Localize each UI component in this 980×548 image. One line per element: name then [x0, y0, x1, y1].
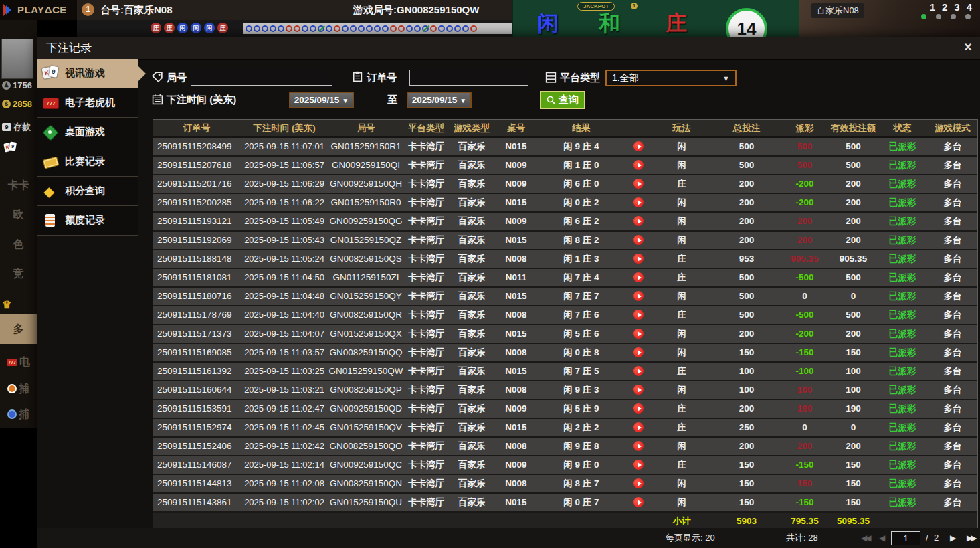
nav-fragment-duo[interactable]: 多: [0, 314, 37, 344]
slots-row[interactable]: 777 电: [0, 353, 37, 371]
bet-zone-player[interactable]: 闲: [537, 9, 559, 37]
avatar[interactable]: [1, 39, 33, 79]
table-cell: 卡卡湾厅: [403, 175, 449, 193]
chevron-down-icon: ▼: [460, 97, 466, 104]
road-dot: [366, 25, 373, 32]
bead-marker: 闲: [177, 23, 188, 33]
table-cell: 多台: [926, 157, 979, 174]
table-cell: 500: [828, 269, 878, 286]
nav-fragment-kaka[interactable]: 卡卡: [0, 177, 37, 194]
nav-fragment-jing[interactable]: 竞: [0, 265, 37, 282]
status-badge: 已派彩: [878, 363, 926, 380]
total-pages-label: 2: [934, 528, 939, 548]
replay-cell: [625, 419, 652, 436]
fishing-row-2[interactable]: 捕: [0, 405, 37, 423]
sidebar-item-diamond[interactable]: 积分查询: [37, 177, 138, 206]
sidebar-item-doc[interactable]: 额度记录: [37, 206, 138, 236]
seat-numbers: 1234: [930, 1, 972, 13]
sidebar-item-table[interactable]: 桌面游戏: [37, 118, 138, 147]
road-dot: [414, 25, 421, 32]
sidebar-item-ticket[interactable]: 比赛记录: [37, 147, 138, 177]
replay-play-icon[interactable]: [633, 460, 644, 470]
table-cell: 百家乐: [449, 325, 494, 343]
date-to-picker[interactable]: 2025/09/15▼: [407, 92, 472, 108]
replay-play-icon[interactable]: [633, 441, 644, 451]
road-dot: [286, 25, 292, 32]
replay-play-icon[interactable]: [633, 197, 644, 207]
replay-play-icon[interactable]: [633, 141, 644, 151]
page-number-input[interactable]: 1: [891, 531, 920, 545]
trophy-row[interactable]: ♛: [0, 296, 37, 313]
fishing-row-1[interactable]: 捕: [0, 380, 37, 397]
replay-play-icon[interactable]: [633, 366, 644, 376]
deposit-row[interactable]: 9 存款: [0, 118, 37, 136]
column-header: 局号: [328, 120, 403, 136]
table-cell: 953: [712, 250, 781, 268]
payout-cell: -150: [781, 344, 828, 361]
replay-play-icon[interactable]: [633, 478, 644, 488]
first-page-button[interactable]: ◀◀: [861, 528, 869, 548]
replay-play-icon[interactable]: [633, 179, 644, 189]
table-cell: 2025-09-15 11:04:48: [240, 288, 328, 305]
payout-cell: -150: [781, 456, 828, 474]
search-icon: [547, 96, 556, 105]
sidebar-item-slot[interactable]: 电子老虎机: [37, 88, 138, 118]
table-cell: 200: [712, 325, 781, 343]
table-cell: 闲 9 庄 3: [538, 381, 625, 399]
video-games-row[interactable]: [0, 139, 37, 157]
replay-play-icon[interactable]: [633, 385, 644, 395]
date-from-picker[interactable]: 2025/09/15▼: [289, 92, 354, 108]
screen: PLAYΔCE 1 台号:百家乐N08 游戏局号:GN008259150QW 庄…: [0, 0, 980, 548]
replay-play-icon[interactable]: [633, 497, 644, 507]
close-icon[interactable]: ×: [964, 39, 972, 55]
replay-play-icon[interactable]: [633, 422, 644, 432]
road-dot: [246, 25, 252, 32]
user-icon: ♟: [2, 81, 11, 90]
table-cell: N008: [494, 438, 538, 455]
platform-select[interactable]: 1.全部 ▼: [605, 70, 737, 86]
table-cell: 100: [712, 381, 781, 399]
replay-cell: [625, 250, 652, 268]
replay-play-icon[interactable]: [633, 160, 644, 170]
query-button[interactable]: 查询: [540, 91, 585, 109]
replay-play-icon[interactable]: [633, 254, 644, 264]
nav-fragment-se[interactable]: 色: [0, 236, 37, 253]
table-cell: 多台: [926, 381, 979, 399]
table-cell: GN008259150QP: [328, 381, 403, 399]
road-dot: [390, 25, 397, 32]
table-row: 2509151151713732025-09-15 11:04:07GN0152…: [153, 325, 977, 344]
replay-play-icon[interactable]: [633, 272, 644, 282]
replay-play-icon[interactable]: [633, 216, 644, 226]
table-cell: 闲 0 庄 7: [538, 494, 625, 511]
payout-cell: 200: [781, 213, 828, 230]
table-cell: 2025-09-15 11:04:40: [240, 306, 328, 324]
table-cell: 闲 6 庄 2: [538, 213, 625, 230]
replay-play-icon[interactable]: [633, 403, 644, 414]
bet-zone-banker[interactable]: 庄: [666, 9, 687, 37]
table-row: 2509151151787692025-09-15 11:04:40GN0082…: [153, 306, 977, 325]
road-dot: [254, 25, 260, 32]
nav-fragment-europe[interactable]: 欧: [0, 206, 37, 223]
round-filter-input[interactable]: [191, 70, 332, 86]
prev-page-button[interactable]: ◀: [879, 528, 883, 548]
doc-icon: [42, 213, 60, 229]
table-row: 2509151151690852025-09-15 11:03:57GN0082…: [153, 344, 977, 363]
replay-play-icon[interactable]: [633, 235, 644, 245]
next-page-button[interactable]: ▶: [950, 528, 954, 548]
replay-play-icon[interactable]: [633, 291, 644, 301]
replay-play-icon[interactable]: [633, 310, 644, 320]
road-dot: [430, 25, 437, 32]
sidebar-item-cards[interactable]: 视讯游戏: [37, 59, 138, 88]
bet-zone-tie[interactable]: 和: [599, 9, 620, 37]
cards-icon: [42, 66, 60, 82]
table-cell: GN015259150QX: [328, 325, 403, 343]
status-badge: 已派彩: [878, 325, 926, 343]
order-filter-input[interactable]: [409, 70, 528, 86]
last-page-button[interactable]: ▶▶: [967, 528, 975, 548]
replay-play-icon[interactable]: [633, 347, 644, 357]
table-cell: 500: [712, 138, 781, 155]
table-cell: 200: [828, 194, 878, 211]
money-icon: $: [2, 100, 11, 108]
table-cell: 卡卡湾厅: [403, 194, 449, 211]
replay-play-icon[interactable]: [633, 329, 644, 339]
